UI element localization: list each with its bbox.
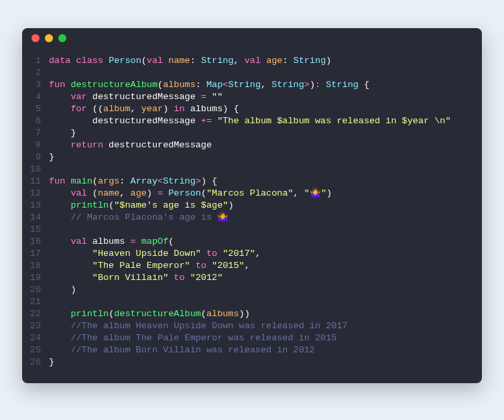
token-punct: ( bbox=[168, 236, 174, 247]
token-punct: ) bbox=[228, 200, 233, 210]
code-line: 24 //The album The Pale Emperor was rele… bbox=[22, 332, 471, 344]
token-punct bbox=[49, 249, 92, 259]
code-content: //The album The Pale Emperor was release… bbox=[49, 332, 471, 344]
token-punct: { bbox=[359, 80, 369, 90]
token-punct: : bbox=[190, 56, 201, 66]
code-line: 14 // Marcos Placona's age is 🤷‍♀️ bbox=[22, 212, 471, 224]
code-content: var destructuredMessage = "" bbox=[49, 91, 471, 103]
token-punct: } bbox=[49, 152, 54, 162]
token-punct: ) { bbox=[201, 176, 217, 186]
code-content bbox=[49, 67, 471, 79]
code-content: destructuredMessage += "The album $album… bbox=[49, 115, 471, 127]
code-content: "Heaven Upside Down" to "2017", bbox=[49, 248, 471, 260]
token-op: = bbox=[201, 92, 206, 102]
token-str: "" bbox=[212, 92, 223, 102]
line-number: 19 bbox=[22, 272, 49, 284]
line-number: 1 bbox=[22, 55, 49, 67]
line-number: 20 bbox=[22, 284, 49, 296]
token-kw: fun bbox=[49, 176, 65, 186]
line-number: 18 bbox=[22, 260, 49, 272]
token-punct: , bbox=[294, 188, 304, 198]
token-punct bbox=[49, 273, 92, 283]
token-punct bbox=[201, 249, 206, 259]
token-punct: , bbox=[245, 261, 250, 271]
code-line: 2 bbox=[22, 67, 471, 79]
token-punct: , bbox=[261, 80, 271, 90]
code-line: 5 for ((album, year) in albums) { bbox=[22, 103, 471, 115]
token-punct bbox=[190, 261, 196, 271]
token-punct bbox=[206, 261, 212, 271]
token-kw: to bbox=[196, 261, 206, 271]
minimize-icon[interactable] bbox=[45, 34, 53, 42]
token-param: age bbox=[266, 56, 282, 66]
token-op: : bbox=[315, 80, 320, 90]
token-str: "Heaven Upside Down" bbox=[92, 249, 201, 259]
token-str: "$name's age is $age" bbox=[114, 200, 228, 210]
code-line: 19 "Born Villain" to "2012" bbox=[22, 272, 471, 284]
token-punct: ) bbox=[147, 188, 158, 198]
code-line: 20 ) bbox=[22, 284, 471, 296]
code-line: 8 return destructuredMessage bbox=[22, 139, 471, 151]
token-fn: println bbox=[70, 200, 109, 210]
token-punct: albums bbox=[87, 236, 131, 247]
line-number: 24 bbox=[22, 332, 49, 344]
code-content: println(destructureAlbum(albums)) bbox=[49, 308, 471, 320]
code-line: 17 "Heaven Upside Down" to "2017", bbox=[22, 248, 471, 260]
token-str: "Born Villain" bbox=[92, 273, 168, 283]
line-number: 9 bbox=[22, 151, 49, 163]
code-line: 16 val albums = mapOf( bbox=[22, 236, 471, 248]
token-cmt: // Marcos Placona's age is 🤷‍♀️ bbox=[70, 212, 229, 222]
line-number: 14 bbox=[22, 212, 49, 224]
line-number: 16 bbox=[22, 236, 49, 248]
token-punct bbox=[70, 56, 76, 66]
maximize-icon[interactable] bbox=[58, 34, 66, 42]
token-op: = bbox=[131, 236, 136, 247]
token-punct bbox=[136, 236, 141, 247]
token-kw: class bbox=[76, 56, 104, 66]
token-cls: String bbox=[326, 80, 359, 90]
token-punct: ) bbox=[310, 80, 315, 90]
code-content: data class Person(val name: String, val … bbox=[49, 55, 471, 67]
token-punct: , bbox=[131, 104, 141, 114]
token-punct: ( bbox=[92, 176, 98, 186]
token-punct: ) bbox=[326, 56, 331, 66]
line-number: 6 bbox=[22, 115, 49, 127]
token-op: = bbox=[158, 188, 163, 198]
token-cls: String bbox=[163, 176, 196, 186]
token-punct: destructuredMessage bbox=[49, 116, 201, 126]
token-cls: String bbox=[271, 80, 304, 90]
line-number: 12 bbox=[22, 188, 49, 200]
token-op: < bbox=[158, 176, 163, 186]
token-kw: val bbox=[70, 236, 86, 247]
code-line: 26} bbox=[22, 356, 471, 368]
token-cls: Person bbox=[109, 56, 141, 66]
token-cls: String bbox=[201, 56, 234, 66]
line-number: 15 bbox=[22, 224, 49, 236]
code-content: // Marcos Placona's age is 🤷‍♀️ bbox=[49, 212, 471, 224]
line-number: 17 bbox=[22, 248, 49, 260]
token-fn: destructureAlbum bbox=[70, 80, 158, 90]
token-kw: in bbox=[174, 104, 184, 114]
token-kw: val bbox=[70, 188, 86, 198]
token-punct: : bbox=[196, 80, 206, 90]
window-titlebar bbox=[22, 28, 482, 48]
code-line: 13 println("$name's age is $age") bbox=[22, 200, 471, 212]
code-content: println("$name's age is $age") bbox=[49, 200, 471, 212]
token-punct: ) bbox=[326, 188, 332, 198]
code-line: 25 //The album Born Villain was released… bbox=[22, 344, 471, 356]
token-punct: : bbox=[119, 176, 130, 186]
token-punct: } bbox=[49, 128, 76, 138]
token-kw: fun bbox=[49, 80, 65, 90]
token-punct bbox=[49, 140, 70, 150]
code-line: 4 var destructuredMessage = "" bbox=[22, 91, 471, 103]
token-kw: for bbox=[70, 104, 86, 114]
code-content: val albums = mapOf( bbox=[49, 236, 471, 248]
token-punct bbox=[206, 92, 212, 102]
close-icon[interactable] bbox=[32, 34, 40, 42]
line-number: 21 bbox=[22, 296, 49, 308]
token-punct bbox=[185, 273, 190, 283]
token-param: albums bbox=[163, 80, 196, 90]
token-punct bbox=[212, 116, 217, 126]
code-content: val (name, age) = Person("Marcos Placona… bbox=[49, 188, 471, 200]
code-content: //The album Born Villain was released in… bbox=[49, 344, 471, 356]
